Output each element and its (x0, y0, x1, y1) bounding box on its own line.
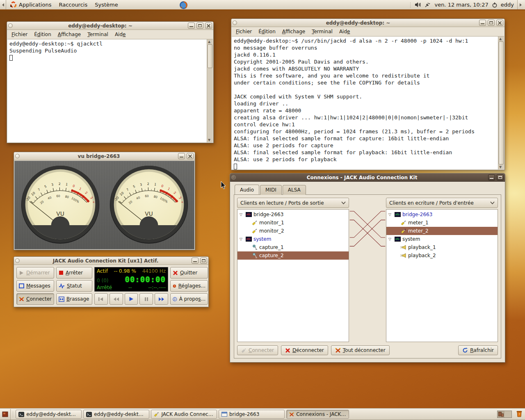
task-terminal2[interactable]: eddy@eddy-desktop... (83, 410, 149, 419)
scrollbar[interactable]: ▲ ▼ (207, 39, 213, 142)
scroll-thumb[interactable] (499, 41, 504, 164)
output-ports-header[interactable]: Clients en lecture / Ports de sortie (237, 198, 349, 208)
client-row[interactable]: ▽ bridge-2663 (237, 210, 349, 219)
task-bridge[interactable]: bridge-2663 (219, 410, 285, 419)
user-menu[interactable]: eddy (501, 2, 514, 8)
window-menu-icon[interactable] (8, 23, 13, 28)
trash-applet[interactable] (516, 410, 523, 419)
refresh-button[interactable]: Rafraîchir (458, 345, 498, 355)
tab-audio[interactable]: Audio (235, 185, 259, 194)
task-qjackctl[interactable]: JACK Audio Connecti... (151, 410, 217, 419)
minimize-button[interactable] (178, 153, 185, 159)
input-ports-list[interactable]: ▽ bridge-2663 meter_1 meter_2 (386, 209, 498, 342)
window-menu-icon[interactable] (15, 258, 20, 263)
client-row[interactable]: ▽ bridge-2663 (386, 210, 498, 219)
task-terminal1[interactable]: eddy@eddy-desktop... (16, 410, 82, 419)
expander-icon[interactable]: ▽ (240, 212, 244, 217)
scroll-thumb[interactable] (208, 44, 212, 68)
scroll-down-icon[interactable]: ▼ (208, 138, 212, 142)
vu-titlebar[interactable]: vu bridge-2663 (14, 152, 195, 160)
menu-terminal[interactable]: Terminal (309, 28, 336, 35)
port-row[interactable]: meter_1 (386, 219, 498, 227)
port-row[interactable]: monitor_2 (237, 227, 349, 235)
about-button[interactable]: À propos... (170, 293, 208, 305)
expander-icon[interactable]: ▽ (388, 212, 393, 217)
terminal1-screen[interactable]: eddy@eddy-desktop:~$ qjackctl Suspending… (7, 39, 213, 142)
window-menu-icon[interactable] (15, 154, 20, 158)
workspace-switcher[interactable] (497, 411, 512, 418)
input-ports-header[interactable]: Clients en ecriture / Ports d'entrée (386, 198, 498, 208)
port-row[interactable]: playback_2 (386, 251, 498, 260)
rewind-button[interactable] (110, 293, 123, 305)
panel-hide-right-button[interactable] (517, 0, 523, 9)
port-row-selected[interactable]: capture_2 (237, 251, 349, 260)
maximize-button[interactable] (196, 23, 203, 29)
scroll-up-icon[interactable]: ▲ (499, 37, 503, 41)
connections-titlebar[interactable]: Connexions - JACK Audio Connection Kit (230, 173, 505, 182)
close-button[interactable] (205, 23, 212, 29)
task-connections[interactable]: Connexions - JACK Au... (286, 410, 349, 419)
menu-terminal[interactable]: Terminal (84, 31, 111, 38)
workspace-2[interactable] (504, 411, 511, 418)
volume-icon[interactable] (415, 2, 421, 8)
close-button[interactable] (496, 20, 503, 26)
scrollbar[interactable]: ▲ ▼ (498, 37, 504, 169)
show-desktop-button[interactable] (0, 409, 11, 420)
settings-button[interactable]: Réglages... (170, 280, 208, 292)
client-row[interactable]: ▽ system (386, 235, 498, 243)
close-button[interactable] (187, 153, 194, 159)
scroll-down-icon[interactable]: ▼ (499, 165, 503, 169)
port-row[interactable]: playback_1 (386, 243, 498, 251)
minimize-button[interactable] (192, 258, 199, 264)
systeme-menu[interactable]: Système (91, 0, 121, 9)
minimize-button[interactable] (488, 174, 495, 180)
network-plug-icon[interactable] (425, 2, 431, 8)
menu-fichier[interactable]: Fichier (233, 28, 255, 35)
panel-clock[interactable]: ven. 12 mars, 10:27 (434, 2, 488, 8)
port-row-selected[interactable]: meter_2 (386, 227, 498, 235)
menu-edition[interactable]: Édition (31, 31, 54, 38)
patchbay-button[interactable]: Brassage (56, 293, 92, 305)
menu-affichage[interactable]: Affichage (279, 28, 308, 35)
scroll-up-icon[interactable]: ▲ (208, 40, 212, 43)
terminal2-titlebar[interactable]: eddy@eddy-desktop: ~ (231, 19, 504, 27)
menu-affichage[interactable]: Affichage (55, 31, 84, 38)
connect-button[interactable]: Connecter (16, 293, 54, 305)
expander-icon[interactable]: ▽ (240, 237, 244, 241)
quit-button[interactable]: Quitter (170, 267, 208, 278)
minimize-button[interactable] (188, 23, 195, 29)
workspace-1[interactable] (498, 411, 504, 418)
stop-button[interactable]: Arrêter (56, 267, 92, 278)
forward-button[interactable] (155, 293, 168, 305)
menu-aide[interactable]: Aide (112, 31, 129, 38)
disconnect-all-button[interactable]: Tout déconnecter (331, 345, 390, 355)
applications-menu[interactable]: Applications (6, 0, 55, 9)
maximize-button[interactable] (497, 174, 504, 180)
minimize-button[interactable] (479, 20, 486, 26)
power-icon[interactable] (492, 2, 498, 8)
maximize-button[interactable] (200, 258, 207, 264)
panel-hide-left-button[interactable] (0, 0, 6, 9)
maximize-button[interactable] (488, 20, 495, 26)
client-row[interactable]: ▽ system (237, 235, 349, 243)
menu-aide[interactable]: Aide (336, 28, 353, 35)
disconnect-button[interactable]: Déconnecter (281, 345, 328, 355)
terminal2-screen[interactable]: eddy@eddy-desktop:~$ /usr/bin/jackd -d a… (232, 36, 504, 169)
firefox-launcher[interactable] (179, 1, 188, 11)
rewind-start-button[interactable] (94, 293, 108, 305)
menu-edition[interactable]: Édition (256, 28, 278, 35)
expander-icon[interactable]: ▽ (388, 237, 393, 241)
play-button[interactable] (125, 293, 138, 305)
output-ports-list[interactable]: ▽ bridge-2663 monitor_1 monitor_2 (237, 209, 349, 342)
terminal1-titlebar[interactable]: eddy@eddy-desktop: ~ (7, 22, 213, 30)
pause-button[interactable] (139, 293, 153, 305)
window-menu-icon[interactable] (231, 175, 236, 180)
connect-ports-button[interactable]: Connecter (237, 345, 278, 355)
messages-button[interactable]: Messages (16, 280, 54, 292)
qjackctl-titlebar[interactable]: JACK Audio Connection Kit [ux1] Actif. (14, 257, 208, 265)
start-button[interactable]: Démarrer (16, 267, 54, 278)
tab-midi[interactable]: MIDI (260, 185, 282, 195)
port-row[interactable]: monitor_1 (237, 219, 349, 227)
window-menu-icon[interactable] (233, 21, 237, 25)
status-button[interactable]: Statut (56, 280, 92, 292)
